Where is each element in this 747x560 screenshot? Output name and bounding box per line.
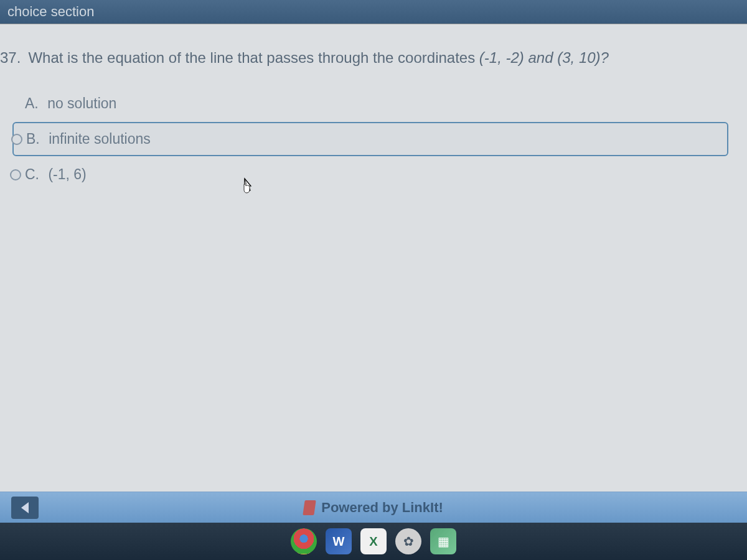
question-panel: 37. What is the equation of the line tha… (0, 24, 747, 509)
choice-letter-b: B. (26, 131, 40, 147)
question-text: What is the equation of the line that pa… (28, 49, 609, 67)
taskbar: W X ✿ ▦ (0, 523, 747, 560)
linkit-logo-icon (303, 500, 316, 515)
prev-button[interactable] (11, 497, 39, 519)
choice-a[interactable]: A. no solution (12, 88, 728, 119)
question-coords-2: (3, 10) (557, 49, 600, 66)
choice-letter-a: A. (25, 95, 39, 111)
powered-text: Powered by LinkIt! (321, 500, 443, 516)
question-text-mid: and (524, 49, 557, 66)
choice-letter-c: C. (25, 166, 39, 182)
question-coords-1: (-1, -2) (479, 49, 524, 66)
choice-b[interactable]: B. infinite solutions (12, 122, 728, 156)
question-row: 37. What is the equation of the line tha… (0, 49, 735, 85)
choices-list: A. no solution B. infinite solutions C. … (0, 88, 735, 190)
powered-bar: Powered by LinkIt! (0, 492, 747, 523)
choice-text-c: (-1, 6) (48, 166, 86, 182)
taskbar-chrome-icon[interactable] (291, 528, 317, 554)
choice-c[interactable]: C. (-1, 6) (12, 159, 728, 190)
radio-marker-icon (10, 169, 21, 180)
taskbar-settings-icon[interactable]: ✿ (395, 528, 421, 554)
question-number: 37. (0, 49, 21, 67)
section-header: choice section (0, 0, 747, 24)
section-title: choice section (7, 4, 94, 19)
taskbar-word-icon[interactable]: W (326, 528, 352, 554)
choice-text-a: no solution (47, 95, 116, 111)
question-text-end: ? (601, 49, 609, 66)
taskbar-excel-icon[interactable]: X (360, 528, 387, 554)
choice-text-b: infinite solutions (49, 131, 151, 147)
radio-marker-icon (11, 134, 22, 145)
question-text-part1: What is the equation of the line that pa… (28, 49, 479, 66)
taskbar-files-icon[interactable]: ▦ (430, 528, 456, 554)
